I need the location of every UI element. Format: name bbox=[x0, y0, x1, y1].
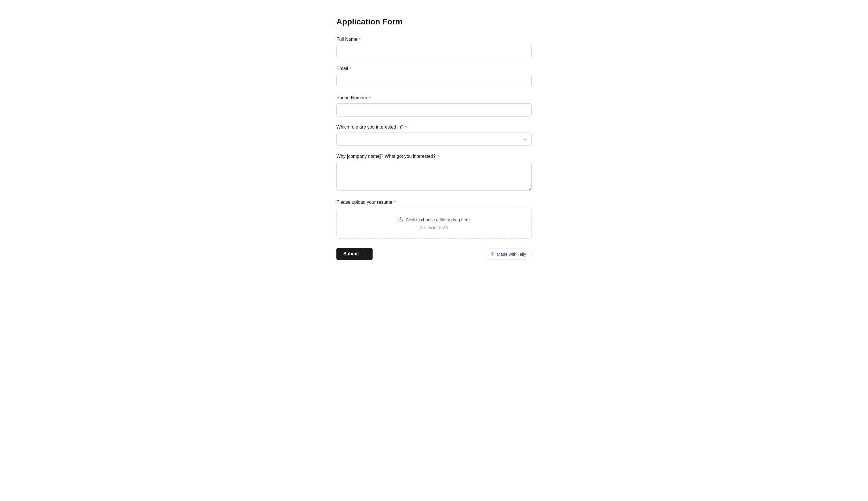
file-size-limit: Size limit: 10 MB bbox=[420, 225, 448, 230]
form-footer: Submit → ✳ Made with Tally bbox=[336, 248, 532, 260]
full-name-input[interactable] bbox=[336, 45, 532, 58]
email-input[interactable] bbox=[336, 74, 532, 87]
tally-badge-text: Made with Tally bbox=[497, 252, 526, 257]
why-company-textarea[interactable] bbox=[336, 162, 532, 191]
role-select[interactable] bbox=[336, 132, 532, 146]
file-upload-text: Click to choose a file or drag here bbox=[398, 217, 469, 223]
resume-group: Please upload your resume * Click to cho… bbox=[336, 200, 532, 239]
upload-icon bbox=[398, 217, 403, 223]
tally-badge[interactable]: ✳ Made with Tally bbox=[485, 248, 532, 260]
phone-number-required: * bbox=[369, 96, 371, 100]
full-name-group: Full Name * bbox=[336, 37, 532, 58]
why-company-label: Why [company name]? What got you interes… bbox=[336, 154, 532, 159]
role-required: * bbox=[405, 125, 407, 129]
role-group: Which role are you interested in? * bbox=[336, 125, 532, 146]
why-company-group: Why [company name]? What got you interes… bbox=[336, 154, 532, 192]
full-name-required: * bbox=[359, 37, 360, 42]
phone-number-input[interactable] bbox=[336, 103, 532, 117]
email-required: * bbox=[350, 66, 351, 71]
submit-arrow-icon: → bbox=[361, 252, 366, 257]
resume-label: Please upload your resume * bbox=[336, 200, 532, 205]
email-label: Email * bbox=[336, 66, 532, 71]
form-title: Application Form bbox=[336, 17, 532, 26]
file-upload-content: Click to choose a file or drag here Size… bbox=[342, 217, 526, 230]
role-label: Which role are you interested in? * bbox=[336, 125, 532, 130]
submit-button[interactable]: Submit → bbox=[336, 248, 373, 260]
full-name-label: Full Name * bbox=[336, 37, 532, 42]
why-company-required: * bbox=[437, 154, 439, 159]
phone-number-label: Phone Number * bbox=[336, 95, 532, 100]
form-container: Application Form Full Name * Email * Pho… bbox=[336, 11, 532, 266]
tally-star-icon: ✳ bbox=[490, 251, 495, 257]
resume-required: * bbox=[394, 200, 395, 205]
phone-number-group: Phone Number * bbox=[336, 95, 532, 117]
email-group: Email * bbox=[336, 66, 532, 87]
file-upload-area[interactable]: Click to choose a file or drag here Size… bbox=[336, 208, 532, 239]
